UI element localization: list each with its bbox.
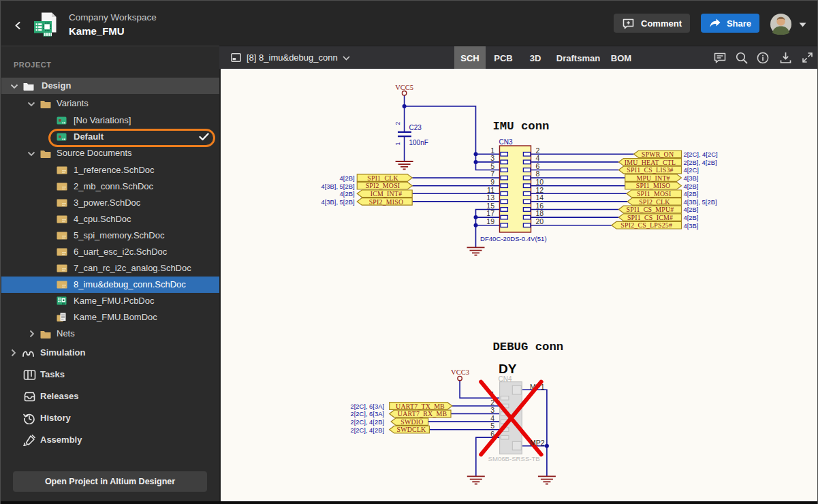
svg-text:ICM_INT#: ICM_INT# — [371, 190, 403, 198]
svg-text:SPI1_MISO: SPI1_MISO — [636, 182, 671, 189]
svg-text:4[3B], 5[2B]: 4[3B], 5[2B] — [321, 198, 355, 206]
svg-text:14: 14 — [536, 193, 544, 202]
svg-text:4[3B], 5[2B]: 4[3B], 5[2B] — [684, 198, 717, 206]
svg-text:19: 19 — [486, 217, 494, 225]
svg-text:2[2C], 6[3A]: 2[2C], 6[3A] — [350, 410, 384, 418]
svg-text:4[2B]: 4[2B] — [340, 190, 355, 198]
svg-text:CN4: CN4 — [499, 375, 512, 383]
svg-text:2[2B], 4[2B]: 2[2B], 4[2B] — [684, 159, 717, 166]
svg-text:SPI2_CS_LPS25#: SPI2_CS_LPS25# — [620, 221, 672, 229]
svg-text:2: 2 — [536, 146, 540, 155]
svg-text:VCC5: VCC5 — [395, 84, 413, 91]
svg-text:SPI2_CLK: SPI2_CLK — [639, 198, 670, 206]
svg-text:4: 4 — [490, 414, 494, 422]
svg-text:7: 7 — [490, 170, 494, 178]
svg-text:SPI2_MISO: SPI2_MISO — [369, 198, 404, 206]
svg-text:2[2C], 6[3A]: 2[2C], 6[3A] — [350, 403, 384, 410]
svg-text:4[2B]: 4[2B] — [684, 214, 699, 221]
svg-text:MPU_INT#: MPU_INT# — [636, 174, 670, 182]
svg-text:SWDIO: SWDIO — [400, 418, 423, 426]
svg-text:11: 11 — [487, 186, 494, 194]
svg-text:20: 20 — [536, 217, 544, 225]
svg-text:15: 15 — [486, 202, 494, 210]
svg-text:4[2B]: 4[2B] — [684, 206, 699, 213]
svg-text:C23: C23 — [409, 124, 422, 131]
svg-text:4[2B]: 4[2B] — [684, 183, 699, 190]
svg-text:SPI1_CLK: SPI1_CLK — [367, 174, 398, 182]
svg-text:DEBUG conn: DEBUG conn — [493, 341, 564, 353]
svg-text:13: 13 — [486, 193, 494, 202]
svg-text:IMU_HEAT_CTL: IMU_HEAT_CTL — [625, 159, 676, 166]
svg-text:18: 18 — [536, 209, 544, 217]
svg-text:SPWR_ON: SPWR_ON — [642, 151, 674, 158]
svg-text:100nF: 100nF — [409, 139, 428, 146]
svg-text:4[3B]: 4[3B] — [684, 174, 699, 182]
svg-text:VCC3: VCC3 — [451, 368, 469, 376]
svg-text:1: 1 — [490, 146, 494, 155]
svg-text:UART7_RX_MB: UART7_RX_MB — [398, 410, 447, 418]
svg-text:4[3B]: 4[3B] — [684, 222, 699, 230]
svg-text:3: 3 — [490, 154, 494, 162]
svg-text:SWDCLK: SWDCLK — [397, 426, 427, 433]
svg-text:3: 3 — [490, 406, 494, 414]
svg-text:DY: DY — [499, 362, 517, 376]
svg-text:SM06B-SRSS-TB: SM06B-SRSS-TB — [488, 455, 540, 462]
svg-text:SPI1_CS_MPU#: SPI1_CS_MPU# — [627, 206, 674, 213]
svg-text:5: 5 — [490, 162, 494, 170]
svg-text:2[2C], 4[2C]: 2[2C], 4[2C] — [684, 151, 718, 158]
svg-text:2: 2 — [394, 121, 401, 125]
svg-text:1: 1 — [394, 142, 401, 145]
svg-text:UART7_TX_MB: UART7_TX_MB — [396, 403, 445, 410]
svg-text:5: 5 — [490, 422, 494, 430]
svg-text:DF40C-20DS-0.4V(51): DF40C-20DS-0.4V(51) — [480, 235, 547, 242]
svg-text:9: 9 — [490, 178, 494, 186]
svg-text:SPI1_CS_LIS3#: SPI1_CS_LIS3# — [627, 166, 673, 174]
svg-text:SPI1_CS_ICM#: SPI1_CS_ICM# — [627, 214, 673, 221]
svg-text:CN3: CN3 — [499, 138, 513, 146]
svg-text:4[2B]: 4[2B] — [684, 190, 699, 198]
svg-text:2[2C], 4[2B]: 2[2C], 4[2B] — [350, 426, 384, 434]
svg-text:10: 10 — [536, 178, 544, 186]
svg-text:4[2B]: 4[2B] — [340, 174, 355, 182]
svg-text:4[3B], 5[2B]: 4[3B], 5[2B] — [321, 183, 355, 190]
svg-text:SPI1_MOSI: SPI1_MOSI — [637, 190, 672, 198]
svg-text:16: 16 — [536, 202, 544, 210]
svg-text:17: 17 — [486, 209, 494, 217]
svg-text:8: 8 — [536, 170, 540, 178]
svg-text:6: 6 — [536, 162, 540, 170]
svg-text:2[2C], 4[2B]: 2[2C], 4[2B] — [350, 418, 384, 426]
svg-text:4[2C]: 4[2C] — [684, 166, 699, 174]
svg-text:MP2: MP2 — [530, 439, 545, 447]
svg-text:4: 4 — [536, 154, 540, 162]
svg-text:IMU conn: IMU conn — [493, 120, 550, 133]
svg-text:SPI2_MOSI: SPI2_MOSI — [366, 182, 400, 189]
svg-text:12: 12 — [536, 186, 544, 194]
